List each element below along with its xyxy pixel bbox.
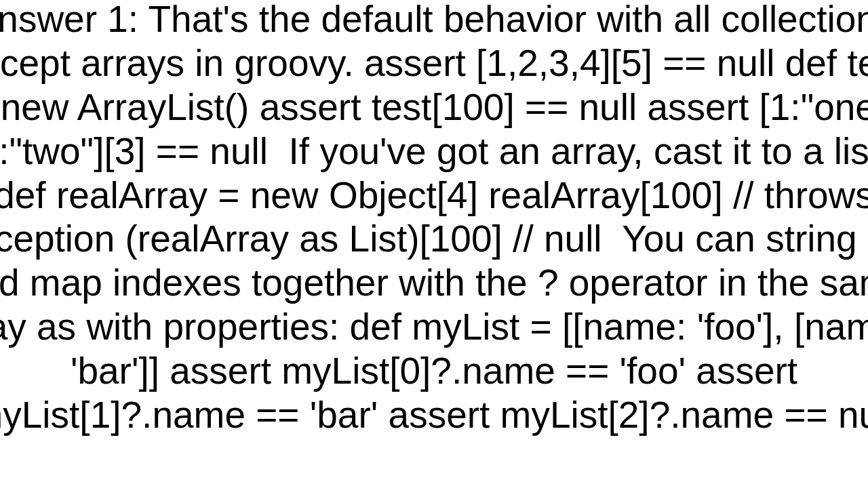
answer-body-text: Answer 1: That's the default behavior wi… bbox=[0, 0, 868, 437]
